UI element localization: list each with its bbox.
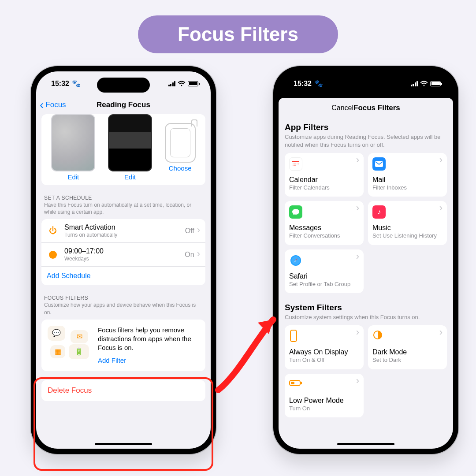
watch-face-thumb[interactable]: Choose bbox=[165, 114, 196, 181]
paw-icon: 🐾 bbox=[72, 79, 81, 88]
screen-left: 15:32 🐾 Focus Reading Focus Edit bbox=[36, 71, 211, 449]
smart-state: Off bbox=[185, 227, 194, 235]
filter-sub: Set to Dark bbox=[372, 357, 443, 364]
mail-filter-card[interactable]: › Mail Filter Inboxes bbox=[368, 153, 447, 197]
safari-app-icon bbox=[289, 254, 302, 267]
home-indicator[interactable] bbox=[337, 443, 394, 445]
calendar-app-icon bbox=[289, 157, 302, 171]
dynamic-island bbox=[339, 78, 392, 93]
lowpower-filter-card[interactable]: › Low Power Mode Turn On bbox=[285, 374, 364, 417]
battery-icon bbox=[188, 81, 198, 86]
focus-filters-card[interactable]: 💬 ✉︎ ▦ 🔋 Focus filters help you remove d… bbox=[41, 320, 205, 371]
status-time: 15:32 bbox=[51, 80, 69, 88]
safari-filter-card[interactable]: › Safari Set Profile or Tab Group bbox=[285, 249, 364, 293]
chevron-right-icon: › bbox=[356, 157, 359, 162]
add-filter-button[interactable]: Add Filter bbox=[98, 356, 199, 365]
paw-icon: 🐾 bbox=[314, 79, 323, 88]
lock-screen-thumb[interactable]: Edit bbox=[51, 114, 95, 181]
filter-title: Always On Display bbox=[289, 348, 359, 356]
phone-outline-icon bbox=[289, 330, 298, 345]
chevron-right-icon: › bbox=[439, 157, 443, 162]
filter-sub: Turn On & Off bbox=[289, 357, 359, 364]
filter-sub: Filter Calendars bbox=[289, 184, 359, 191]
battery-outline-icon bbox=[289, 378, 302, 390]
chevron-right-icon: › bbox=[356, 330, 359, 335]
svg-point-6 bbox=[293, 165, 294, 166]
content-scroll[interactable]: Edit Edit Choose SET A SCHEDULE Have thi… bbox=[36, 114, 211, 449]
darkmode-filter-card[interactable]: › Dark Mode Set to Dark bbox=[368, 325, 447, 369]
calendar-filter-card[interactable]: › Calendar Filter Calendars bbox=[285, 153, 364, 197]
system-filters-header: System Filters bbox=[285, 303, 447, 312]
nav-title: Reading Focus bbox=[97, 100, 150, 109]
sheet-title: Focus Filters bbox=[353, 104, 400, 112]
schedule-section-header: SET A SCHEDULE bbox=[41, 192, 205, 201]
svg-point-7 bbox=[294, 165, 295, 166]
filter-sub: Set Use Listening History bbox=[372, 232, 443, 239]
schedule-section-sub: Have this Focus turn on automatically at… bbox=[41, 201, 205, 219]
svg-rect-17 bbox=[290, 330, 297, 342]
navbar: Focus Reading Focus bbox=[36, 96, 211, 114]
power-icon: ⏻ bbox=[47, 225, 59, 237]
status-time: 15:32 bbox=[294, 80, 312, 88]
chevron-right-icon bbox=[197, 251, 200, 259]
filter-title: Calendar bbox=[289, 176, 359, 184]
smart-activation-row[interactable]: ⏻ Smart Activation Turns on automaticall… bbox=[41, 219, 205, 243]
filter-title: Dark Mode bbox=[372, 348, 443, 356]
cellular-icon bbox=[168, 81, 176, 86]
cancel-button[interactable]: Cancel bbox=[331, 104, 353, 112]
wifi-icon bbox=[178, 81, 186, 86]
filter-title: Music bbox=[372, 224, 443, 232]
battery-chip-icon: 🔋 bbox=[69, 344, 89, 359]
aod-filter-card[interactable]: › Always On Display Turn On & Off bbox=[285, 325, 364, 369]
sheet-scroll[interactable]: App Filters Customize apps during Readin… bbox=[279, 118, 453, 439]
sheet-header: Cancel Focus Filters bbox=[279, 98, 453, 118]
clock-icon bbox=[47, 249, 59, 261]
svg-marker-22 bbox=[258, 320, 273, 334]
messages-filter-card[interactable]: › Messages Filter Conversations bbox=[285, 201, 364, 245]
filter-sub: Filter Inboxes bbox=[372, 184, 443, 191]
filter-title: Messages bbox=[289, 224, 359, 232]
phone-left: 15:32 🐾 Focus Reading Focus Edit bbox=[31, 66, 216, 454]
home-indicator[interactable] bbox=[95, 443, 152, 445]
svg-rect-21 bbox=[291, 382, 294, 384]
chevron-right-icon: › bbox=[439, 205, 443, 210]
home-screen-thumb[interactable]: Edit bbox=[108, 114, 152, 181]
chevron-right-icon: › bbox=[356, 378, 359, 383]
mail-app-icon bbox=[372, 157, 386, 171]
edit-link[interactable]: Edit bbox=[124, 173, 136, 181]
chevron-right-icon: › bbox=[356, 205, 359, 210]
filter-sub: Turn On bbox=[289, 405, 359, 412]
svg-point-5 bbox=[298, 164, 299, 164]
system-filters-sub: Customize system settings when this Focu… bbox=[285, 313, 447, 321]
wifi-icon bbox=[420, 81, 428, 86]
svg-rect-0 bbox=[292, 161, 299, 162]
svg-rect-20 bbox=[301, 382, 302, 384]
choose-link[interactable]: Choose bbox=[169, 164, 192, 172]
row-title: Smart Activation bbox=[64, 223, 185, 231]
music-filter-card[interactable]: ♪ › Music Set Use Listening History bbox=[368, 201, 447, 245]
time-state: On bbox=[185, 251, 194, 259]
focus-filters-section-header: FOCUS FILTERS bbox=[41, 292, 205, 301]
focus-filters-desc: Focus filters help you remove distractio… bbox=[98, 326, 191, 352]
back-button[interactable]: Focus bbox=[40, 100, 66, 109]
edit-link[interactable]: Edit bbox=[67, 173, 79, 181]
add-schedule-button[interactable]: Add Schedule bbox=[41, 267, 205, 285]
filter-title: Mail bbox=[372, 176, 443, 184]
svg-point-2 bbox=[294, 164, 295, 164]
messages-app-icon bbox=[289, 205, 302, 219]
filter-sub: Filter Conversations bbox=[289, 232, 359, 239]
filter-title: Low Power Mode bbox=[289, 397, 359, 405]
row-title: 09:00–17:00 bbox=[64, 247, 185, 255]
svg-point-3 bbox=[295, 164, 296, 164]
focus-filters-icons: 💬 ✉︎ ▦ 🔋 bbox=[48, 326, 92, 361]
dynamic-island bbox=[97, 78, 150, 93]
time-schedule-row[interactable]: 09:00–17:00 Weekdays On bbox=[41, 243, 205, 267]
filter-title: Safari bbox=[289, 272, 359, 280]
filter-sub: Set Profile or Tab Group bbox=[289, 281, 359, 288]
delete-focus-button[interactable]: Delete Focus bbox=[41, 380, 205, 401]
app-filters-header: App Filters bbox=[285, 123, 447, 132]
page-title-pill: Focus Filters bbox=[138, 15, 338, 53]
chevron-right-icon: › bbox=[439, 330, 443, 335]
svg-point-4 bbox=[297, 164, 298, 164]
row-subtitle: Weekdays bbox=[64, 256, 185, 262]
